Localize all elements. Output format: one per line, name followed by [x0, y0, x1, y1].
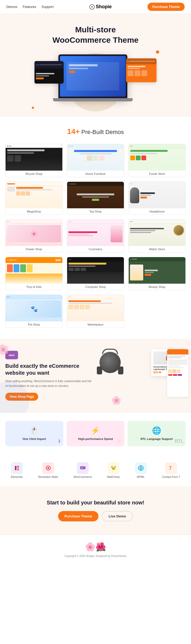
woo-headphone-img	[96, 352, 125, 381]
feature-speed: ⚡ High-performance Speed ⚡	[67, 421, 125, 446]
demo-label: Home Furniture	[67, 171, 124, 177]
speed-icon: ⚡	[71, 426, 120, 435]
demos-grid: Bicycle Shop Home Furniture	[5, 144, 186, 328]
demo-label: Foods Store	[129, 171, 185, 177]
svg-text:woo: woo	[81, 467, 84, 469]
hero-floating-card-right	[126, 58, 157, 82]
cta-title: Start to build your beautiful store now!	[5, 500, 186, 506]
demo-card-headphone[interactable]: Headphone	[128, 181, 186, 215]
nav-links: Demos Features Support	[6, 5, 54, 9]
demo-label: Bicycle Shop	[6, 171, 62, 177]
footer-decoration: 🌸🌺	[5, 539, 186, 555]
nav-demos[interactable]: Demos	[6, 5, 17, 9]
demo-card-petshop[interactable]: 🐾 Pet Shop	[5, 295, 63, 328]
demo-label: Tea Shop	[67, 208, 124, 215]
svg-point-9	[114, 468, 115, 469]
plugin-woocommerce: woo WooCommerce	[73, 462, 92, 478]
plugin-mailchimp: MailChimp	[107, 462, 120, 478]
plugin-label: WPML	[137, 476, 145, 478]
demo-label: Marketplace	[67, 321, 124, 328]
plugin-label: MailChimp	[107, 476, 120, 478]
demo-card-watch[interactable]: Watch Store	[128, 219, 186, 253]
plugins-section: Elementor Revolution Slider woo WooComme…	[0, 454, 191, 486]
cf7-icon: 7	[165, 462, 177, 474]
hero-floating-card-left	[34, 61, 64, 84]
feature-title: High-performance Speed	[71, 437, 120, 441]
demo-card-toys[interactable]: Toys & Kids	[5, 257, 63, 290]
demo-label: Flower Shop	[6, 246, 62, 252]
feature-title: RTL Language Support	[132, 437, 181, 441]
svg-rect-3	[17, 468, 19, 468]
cta-buttons: Purchase Theme Live Demo	[5, 511, 186, 521]
plugin-label: Revolution Slider	[38, 476, 58, 478]
svg-rect-2	[17, 466, 19, 467]
woocommerce-icon: woo	[77, 462, 89, 474]
demo-label: Cosmetics	[67, 246, 124, 252]
svg-text:7: 7	[169, 465, 172, 471]
logo-icon	[89, 4, 95, 10]
woo-content-left: woo Build exactly the eCommerce website …	[5, 351, 93, 400]
nav-support[interactable]: Support	[42, 5, 54, 9]
woo-title: Build exactly the eCommerce website you …	[5, 362, 93, 376]
demo-label: Pet Shop	[6, 321, 62, 328]
svg-point-7	[112, 467, 115, 470]
plugin-revolution: Revolution Slider	[38, 462, 58, 478]
navbar: Demos Features Support Shopie Purchase T…	[0, 0, 191, 14]
wpml-icon	[135, 462, 147, 474]
view-shop-button[interactable]: View Shop Page	[5, 393, 38, 401]
demo-label: Toys & Kids	[6, 284, 62, 290]
features-section: 🖱️ One Click Import ⬇ ⚡ High-performance…	[0, 413, 191, 454]
demo-card-marketplace[interactable]: Marketplace	[67, 295, 124, 328]
svg-rect-4	[17, 469, 19, 470]
demo-card-cosmetics[interactable]: Cosmetics	[67, 219, 124, 253]
demo-card-teashop[interactable]: Tea Shop	[67, 181, 124, 215]
feature-title: One Click Import	[10, 437, 59, 441]
purchase-button[interactable]: Purchase Theme	[147, 3, 185, 11]
plugin-label: WooCommerce	[73, 476, 92, 478]
hero-title: Multi-store WooCommerce Theme	[5, 24, 186, 45]
rtl-icon: 🌐	[132, 426, 181, 435]
plugin-elementor: Elementor	[11, 462, 23, 478]
demo-card-megashop[interactable]: MegaShop	[5, 181, 63, 215]
demo-card-foods[interactable]: Foods Store	[128, 144, 186, 177]
demo-label: Computer Shop	[67, 284, 124, 290]
one-click-icon: 🖱️	[10, 426, 59, 435]
plugins-grid: Elementor Revolution Slider woo WooComme…	[5, 462, 186, 478]
demo-card-bicycle[interactable]: Bicycle Shop	[5, 144, 63, 177]
woo-content-right: 🌸 🎒 AmazonBasics 4lb Safe Lightweight Tr…	[98, 349, 186, 402]
revolution-icon	[42, 462, 54, 474]
mailchimp-icon	[108, 462, 119, 474]
demos-count: 14+	[67, 127, 80, 136]
elementor-icon	[11, 462, 23, 474]
demo-label: Watch Store	[129, 246, 185, 252]
svg-point-8	[112, 468, 113, 469]
feature-rtl: 🌐 RTL Language Support RTL	[128, 421, 186, 446]
cta-purchase-button[interactable]: Purchase Theme	[58, 511, 98, 521]
plugin-cf7: 7 Contact Form 7	[162, 462, 180, 478]
hero-laptop	[58, 54, 133, 101]
brand-logo: Shopie	[89, 4, 112, 10]
demo-label: Headphone	[129, 208, 185, 215]
svg-rect-1	[15, 466, 16, 470]
woo-flower-deco: 🌸	[111, 396, 121, 405]
plugin-wpml: WPML	[135, 462, 147, 478]
footer: 🌸🌺 Copyright © 2020 Shopie. Designed by …	[0, 535, 191, 562]
nav-features[interactable]: Features	[23, 5, 36, 9]
demo-label: MegaShop	[6, 208, 62, 215]
cta-demo-button[interactable]: Live Demo	[102, 511, 133, 521]
woo-preview-card	[167, 349, 188, 397]
plugin-label: Contact Form 7	[162, 476, 180, 478]
demo-label: Beauty Shop	[129, 284, 185, 290]
plugin-label: Elementor	[11, 476, 23, 478]
cta-section: Start to build your beautiful store now!…	[0, 486, 191, 535]
hero-section: Multi-store WooCommerce Theme	[0, 14, 191, 117]
footer-copyright: Copyright © 2020 Shopie. Designed by Fla…	[5, 555, 186, 557]
hero-mockup	[32, 50, 159, 117]
demo-card-flower[interactable]: 🌸 Flower Shop	[5, 219, 63, 253]
demo-card-beauty[interactable]: Beauty Shop	[128, 257, 186, 290]
demos-title: 14+ Pre-Built Demos	[5, 127, 186, 136]
demo-card-computer[interactable]: Computer Shop	[67, 257, 124, 290]
feature-one-click: 🖱️ One Click Import ⬇	[5, 421, 63, 446]
demo-card-furniture[interactable]: Home Furniture	[67, 144, 124, 177]
demos-section: 14+ Pre-Built Demos Bicycle Shop	[0, 117, 191, 339]
